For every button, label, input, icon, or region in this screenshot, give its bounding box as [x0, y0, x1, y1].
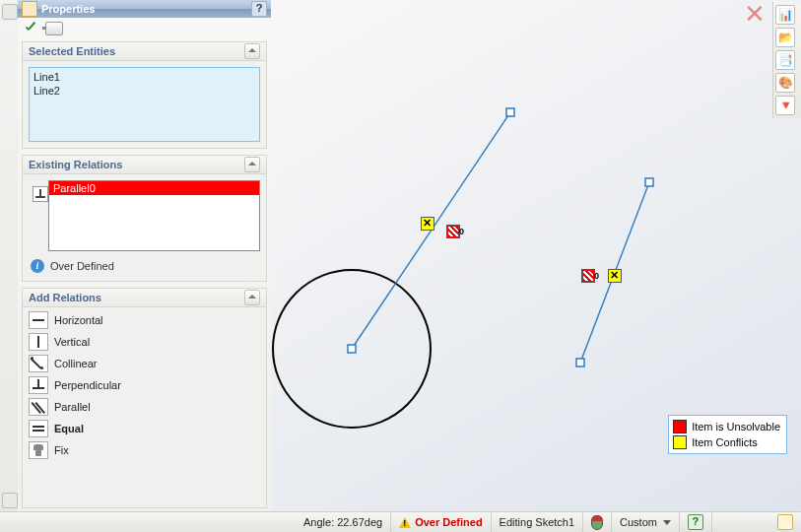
add-relation-label: Vertical: [54, 336, 90, 348]
add-relation-label: Horizontal: [54, 314, 103, 326]
chevron-up-icon[interactable]: [244, 157, 260, 172]
horizontal-icon: [29, 311, 48, 329]
endpoint: [576, 359, 584, 366]
relation-badge-unsolvable-icon[interactable]: [446, 225, 460, 238]
status-angle: Angle: 22.67deg: [296, 512, 391, 532]
chevron-up-icon[interactable]: [244, 43, 260, 59]
add-relation-horizontal[interactable]: Horizontal: [23, 309, 266, 331]
add-relation-parallel[interactable]: Parallel: [23, 396, 266, 418]
properties-icon: [22, 1, 37, 17]
legend-unsolvable-icon: [673, 420, 687, 433]
existing-relations-section: Existing Relations Parallel0 i Over Defi…: [22, 155, 267, 282]
relation-badge-sub: 0: [459, 227, 464, 236]
endpoint: [506, 108, 514, 116]
properties-panel: Properties ? Selected Entities Line1 Lin…: [18, 0, 272, 512]
add-relation-label: Perpendicular: [54, 379, 121, 391]
chevron-up-icon[interactable]: [244, 290, 260, 305]
add-relation-perpendicular[interactable]: Perpendicular: [23, 374, 266, 396]
perpendicular-icon: [29, 376, 48, 394]
relation-item-parallel0[interactable]: Parallel0: [49, 181, 259, 195]
info-icon: i: [31, 259, 44, 273]
legend-conflicts-icon: [673, 435, 687, 449]
add-relation-label: Collinear: [54, 358, 97, 369]
status-annotation-button[interactable]: [769, 512, 801, 532]
panel-help-button[interactable]: ?: [251, 1, 267, 17]
legend-conflicts-label: Item Conflicts: [692, 436, 758, 448]
selected-entities-section: Selected Entities Line1 Line2: [22, 41, 267, 149]
warning-icon: [399, 517, 411, 528]
gutter-button-2[interactable]: [2, 493, 18, 508]
selected-entities-header[interactable]: Selected Entities: [23, 42, 266, 61]
sketch-canvas[interactable]: ✕ 📊 📂 📑 🎨 🔻 0 0: [271, 0, 801, 512]
legend-box: Item is Unsolvable Item Conflicts: [668, 415, 787, 454]
fix-icon: [29, 441, 48, 459]
help-icon: ?: [688, 514, 703, 530]
add-relation-label: Parallel: [54, 401, 91, 413]
sketch-line1: [352, 112, 510, 349]
relation-badge-unsolvable-icon[interactable]: [581, 269, 595, 283]
add-relations-header[interactable]: Add Relations: [23, 289, 266, 307]
add-relation-equal[interactable]: Equal: [23, 418, 266, 439]
left-gutter: [0, 0, 19, 512]
add-relation-label: Equal: [54, 423, 84, 434]
list-item[interactable]: Line1: [33, 70, 255, 84]
list-item[interactable]: Line2: [33, 84, 255, 98]
endpoint: [348, 345, 356, 353]
status-custom-dropdown[interactable]: Custom: [612, 512, 680, 532]
status-over-defined: Over Defined: [391, 512, 491, 532]
pushpin-icon[interactable]: [45, 22, 63, 35]
relation-status-row: i Over Defined: [23, 255, 266, 281]
add-relation-label: Fix: [54, 444, 69, 456]
relation-type-icon: [33, 186, 48, 202]
chevron-down-icon: [663, 520, 671, 525]
status-editing: Editing Sketch1: [492, 512, 583, 532]
existing-relations-header[interactable]: Existing Relations: [23, 156, 266, 174]
status-mouse[interactable]: [583, 512, 612, 532]
gutter-button-1[interactable]: [2, 4, 18, 20]
add-relation-collinear[interactable]: Collinear: [23, 353, 266, 374]
annotation-icon: [777, 514, 793, 530]
endpoint: [645, 178, 653, 186]
relation-status-text: Over Defined: [50, 260, 114, 272]
add-relation-fix[interactable]: Fix: [23, 439, 266, 461]
collinear-icon: [29, 355, 48, 372]
ok-checkmark-icon[interactable]: [24, 21, 39, 36]
status-bar: Angle: 22.67deg Over Defined Editing Ske…: [0, 511, 801, 532]
add-relations-section: Add Relations HorizontalVerticalCollinea…: [22, 288, 267, 508]
legend-unsolvable-label: Item is Unsolvable: [692, 421, 780, 432]
confirm-row: [18, 18, 271, 39]
relation-badge-sub: 0: [594, 271, 599, 281]
parallel-icon: [29, 398, 48, 416]
mouse-icon: [591, 515, 603, 530]
relation-badge-conflict-icon[interactable]: [421, 217, 434, 231]
add-relation-vertical[interactable]: Vertical: [23, 331, 266, 353]
status-help-button[interactable]: ?: [680, 512, 712, 532]
relation-badge-conflict-icon[interactable]: [608, 269, 622, 283]
existing-relations-list[interactable]: Parallel0: [48, 180, 260, 251]
panel-title: Properties: [41, 3, 251, 15]
panel-titlebar: Properties ?: [18, 0, 271, 18]
equal-icon: [29, 420, 48, 437]
selected-entities-list[interactable]: Line1 Line2: [29, 67, 260, 142]
vertical-icon: [29, 333, 48, 351]
